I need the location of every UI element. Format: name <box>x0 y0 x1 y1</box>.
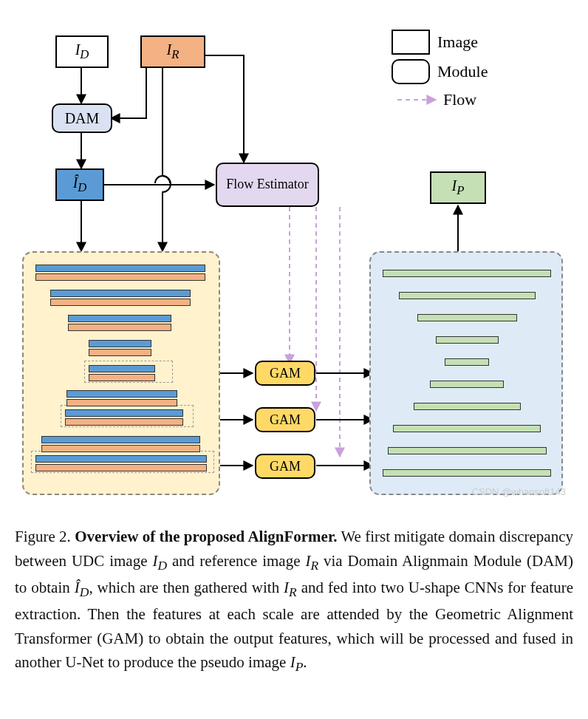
enc-bar <box>35 273 205 281</box>
gam-module-1: GAM <box>255 361 315 386</box>
legend-image: Image <box>392 30 478 55</box>
dec-bar <box>445 358 489 366</box>
dec-bar <box>430 381 504 388</box>
flow-estimator-label: Flow Estimator <box>226 177 309 193</box>
id-image-box: ID <box>55 35 109 68</box>
gam2-label: GAM <box>270 412 301 428</box>
enc-bar <box>65 409 183 417</box>
dec-bar <box>417 314 517 321</box>
diagram-canvas: Image Module Flow ID IR DAM ÎD Flow Esti… <box>15 15 573 517</box>
legend-image-swatch <box>392 30 430 55</box>
enc-bar <box>89 365 155 372</box>
enc-bar <box>65 418 183 426</box>
dec-bar <box>436 336 499 344</box>
legend-module: Module <box>392 59 488 84</box>
enc-bar <box>35 464 207 471</box>
enc-bar <box>35 265 205 272</box>
enc-bar <box>89 349 151 356</box>
dec-bar <box>388 447 547 454</box>
watermark: CSDN @whaosoft143 <box>472 486 566 497</box>
dec-bar <box>383 270 551 277</box>
legend-flow-label: Flow <box>443 90 476 109</box>
figure-caption: Figure 2. Overview of the proposed Align… <box>15 525 573 678</box>
dec-bar <box>383 469 551 477</box>
flow-estimator-module: Flow Estimator <box>216 163 319 207</box>
enc-bar <box>89 340 151 347</box>
legend-module-swatch <box>392 59 430 84</box>
ir-label: IR <box>167 41 180 62</box>
ip-label: IP <box>452 177 465 198</box>
enc-bar <box>41 445 200 452</box>
gam-module-3: GAM <box>255 454 315 479</box>
enc-bar <box>68 315 171 322</box>
dam-module: DAM <box>52 103 112 133</box>
idhat-image-box: ÎD <box>55 168 104 201</box>
enc-bar <box>89 374 155 381</box>
enc-bar <box>68 324 171 331</box>
decoder-group <box>369 251 563 495</box>
enc-bar <box>66 390 177 398</box>
enc-bar <box>50 299 191 306</box>
gam3-label: GAM <box>270 459 301 474</box>
dec-bar <box>399 292 536 299</box>
ip-image-box: IP <box>430 171 486 204</box>
gam-module-2: GAM <box>255 407 315 432</box>
legend-module-label: Module <box>437 62 488 81</box>
ir-image-box: IR <box>140 35 205 68</box>
enc-bar <box>66 399 177 406</box>
legend-flow: Flow <box>443 90 476 109</box>
dec-bar <box>414 403 521 410</box>
dec-bar <box>393 425 541 432</box>
gam1-label: GAM <box>270 366 301 381</box>
enc-bar <box>41 436 200 443</box>
enc-bar <box>50 290 191 297</box>
caption-title: Overview of the proposed AlignFormer. <box>75 528 337 545</box>
id-label: ID <box>75 41 89 62</box>
dam-label: DAM <box>65 110 100 127</box>
enc-bar <box>35 455 207 463</box>
idhat-label: ÎD <box>73 174 87 195</box>
caption-figlabel: Figure 2. <box>15 528 71 545</box>
legend-image-label: Image <box>437 33 478 52</box>
